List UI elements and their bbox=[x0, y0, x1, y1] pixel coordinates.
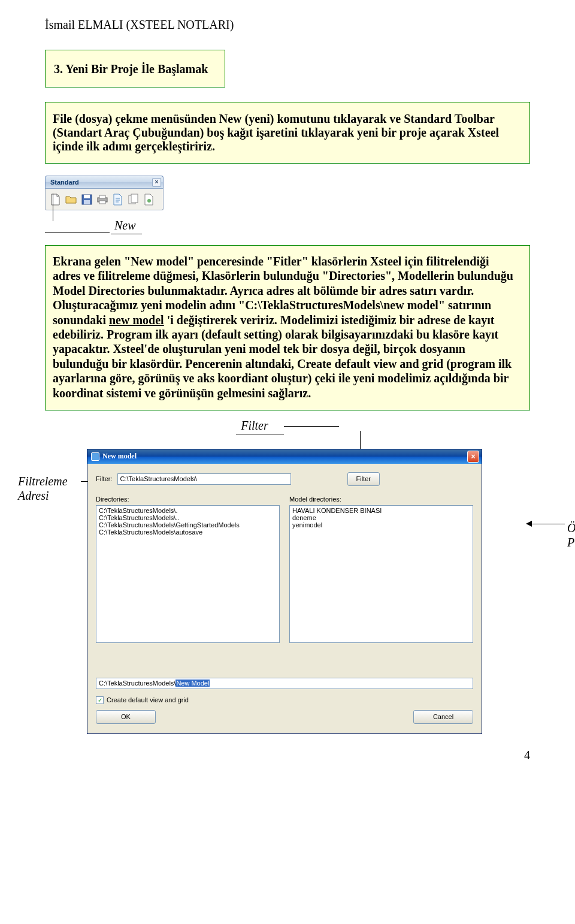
svg-rect-2 bbox=[84, 200, 90, 204]
list-item[interactable]: C:\TeklaStructuresModels\. bbox=[99, 507, 277, 514]
filter-address-label: Filtreleme Adresi bbox=[18, 474, 68, 503]
model-path-input[interactable]: C:\TeklaStructuresModels\New Model bbox=[96, 678, 473, 689]
new-file-icon[interactable] bbox=[49, 193, 62, 206]
svg-rect-7 bbox=[131, 194, 138, 203]
model-path-selected: New Model bbox=[175, 680, 210, 687]
model-path-prefix: C:\TeklaStructuresModels\ bbox=[99, 680, 175, 687]
dialog-title: New model bbox=[102, 452, 137, 461]
list-item[interactable]: C:\TeklaStructuresModels\.. bbox=[99, 514, 277, 521]
close-icon[interactable]: × bbox=[467, 451, 479, 463]
open-folder-icon[interactable] bbox=[65, 193, 78, 206]
directories-column: Directories: C:\TeklaStructuresModels\. … bbox=[96, 496, 280, 643]
svg-point-8 bbox=[147, 199, 151, 203]
filter-address-l2: Adresi bbox=[18, 489, 49, 502]
app-icon bbox=[91, 452, 99, 461]
dialog-body: Filter: Filter Directories: C:\TeklaStru… bbox=[87, 464, 482, 727]
detail-text-underline: new model bbox=[109, 313, 164, 327]
svg-rect-5 bbox=[99, 201, 105, 204]
standard-toolbar-title: Standard bbox=[50, 179, 79, 186]
new-label-row: New bbox=[45, 219, 530, 234]
new-label-underline-left bbox=[45, 232, 110, 233]
list-item[interactable]: C:\TeklaStructuresModels\autosave bbox=[99, 529, 277, 536]
new-model-dialog: New model × Filter: Filter Directories: … bbox=[87, 449, 482, 734]
intro-paragraph-text: File (dosya) çekme menüsünden New (yeni)… bbox=[53, 112, 499, 153]
directories-label: Directories: bbox=[96, 496, 280, 503]
page-number: 4 bbox=[45, 748, 530, 762]
svg-rect-4 bbox=[99, 195, 105, 198]
intro-paragraph-box: File (dosya) çekme menüsünden New (yeni)… bbox=[45, 102, 530, 164]
create-default-label: Create default view and grid bbox=[107, 696, 189, 703]
filter-callout-label: Filter bbox=[236, 419, 284, 434]
filter-button[interactable]: Filter bbox=[347, 472, 380, 486]
previous-projects-l2: Projeler bbox=[567, 536, 575, 549]
ok-button[interactable]: OK bbox=[96, 710, 156, 724]
standard-toolbar-screenshot: Standard × bbox=[45, 176, 164, 210]
previous-projects-arrow bbox=[526, 518, 565, 529]
filter-field-label: Filter: bbox=[96, 475, 113, 482]
dialog-wrapper: Filtreleme Adresi Önceki Projeler New mo… bbox=[87, 449, 530, 734]
document-icon[interactable] bbox=[143, 193, 156, 206]
filter-callout-row: Filter bbox=[45, 419, 530, 434]
section-heading-box: 3. Yeni Bir Proje İle Başlamak bbox=[45, 50, 225, 87]
dialog-columns: Directories: C:\TeklaStructuresModels\. … bbox=[96, 496, 473, 643]
list-item[interactable]: C:\TeklaStructuresModels\GettingStartedM… bbox=[99, 521, 277, 529]
standard-toolbar-titlebar: Standard × bbox=[45, 176, 164, 189]
model-directories-listbox[interactable]: HAVALI KONDENSER BINASI deneme yenimodel bbox=[289, 505, 473, 643]
model-path-row: C:\TeklaStructuresModels\New Model bbox=[96, 678, 473, 689]
list-item[interactable]: HAVALI KONDENSER BINASI bbox=[292, 507, 470, 514]
close-icon[interactable]: × bbox=[152, 178, 161, 187]
detail-text-path: C:\TeklaStructuresModels\new model bbox=[245, 298, 438, 312]
dialog-titlebar: New model × bbox=[87, 449, 482, 464]
standard-toolbar-icons bbox=[45, 189, 164, 210]
previous-projects-label: Önceki Projeler bbox=[567, 521, 575, 549]
previous-projects-l1: Önceki bbox=[567, 521, 575, 535]
print-icon[interactable] bbox=[96, 193, 109, 206]
filter-input[interactable] bbox=[117, 473, 291, 485]
model-directories-label: Model directories: bbox=[289, 496, 473, 503]
filter-row: Filter: Filter bbox=[96, 472, 473, 486]
filter-address-connector bbox=[81, 481, 88, 482]
svg-rect-1 bbox=[84, 195, 90, 198]
cancel-button[interactable]: Cancel bbox=[413, 710, 473, 724]
page-icon[interactable] bbox=[111, 193, 125, 206]
list-item[interactable]: yenimodel bbox=[292, 521, 470, 529]
list-item[interactable]: deneme bbox=[292, 514, 470, 521]
page-header: İsmail ELMALI (XSTEEL NOTLARI) bbox=[45, 18, 530, 32]
create-default-checkbox[interactable]: ✓ bbox=[96, 696, 104, 704]
detail-paragraph-box: Ekrana gelen "New model" penceresinde "F… bbox=[45, 245, 530, 410]
directories-listbox[interactable]: C:\TeklaStructuresModels\. C:\TeklaStruc… bbox=[96, 505, 280, 643]
model-directories-column: Model directories: HAVALI KONDENSER BINA… bbox=[289, 496, 473, 643]
create-default-row: ✓ Create default view and grid bbox=[96, 696, 473, 704]
save-icon[interactable] bbox=[80, 193, 93, 206]
copy-icon[interactable] bbox=[127, 193, 140, 206]
filter-address-l1: Filtreleme bbox=[18, 475, 68, 488]
dialog-button-row: OK Cancel bbox=[96, 710, 473, 724]
new-callout-label: New bbox=[111, 219, 142, 234]
section-heading-text: 3. Yeni Bir Proje İle Başlamak bbox=[54, 62, 208, 76]
filter-underline-right bbox=[284, 426, 339, 427]
